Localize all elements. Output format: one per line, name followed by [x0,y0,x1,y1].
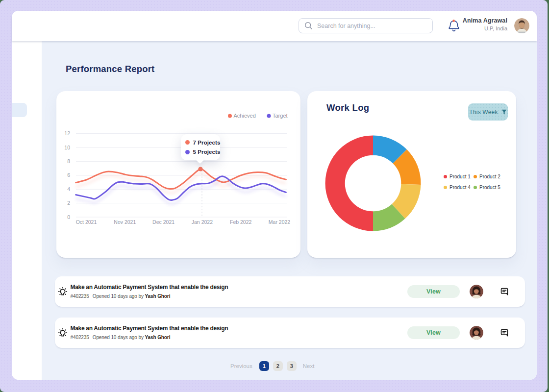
task-row: Make an Automatic Payment System that en… [55,276,525,307]
donut-legend-item: Product 1 [444,174,474,179]
tooltip-series-dot [185,140,190,145]
worklog-title: Work Log [326,102,369,113]
task-title: Make an Automatic Payment System that en… [71,325,228,332]
view-button[interactable]: View [407,326,460,339]
legend-dot [474,175,477,178]
bulb-icon [57,286,68,297]
donut-legend-item: Product 4 [444,185,474,190]
pagination-page-3[interactable]: 3 [287,361,297,371]
this-week-label: This Week [469,109,498,116]
assignee-avatar[interactable] [470,285,483,298]
sidebar-active-item[interactable] [12,103,27,117]
pagination-page-2[interactable]: 2 [273,361,283,371]
bulb-icon [57,327,68,339]
donut-legend-item: Product 2 [474,174,500,179]
tooltip-label: 5 Projects [193,149,221,155]
line-chart: 024681012Oct 2021Nov 2021Dec 2021Jan 202… [56,91,300,258]
pagination: Previous 1 2 3 Next [12,361,537,371]
task-title: Make an Automatic Payment System that en… [71,284,228,291]
donut-chart [317,127,429,240]
tooltip-label: 7 Projects [193,140,221,146]
y-axis-label: 2 [67,200,70,206]
top-header: Anima Agrawal U.P, India [12,11,537,41]
legend-label: Product 4 [449,185,471,190]
user-info[interactable]: Anima Agrawal U.P, India [463,17,507,31]
legend-dot [474,186,477,189]
user-location: U.P, India [463,25,507,31]
y-axis-label: 4 [67,186,70,192]
donut-legend: Product 1Product 2Product 4Product 5 [444,174,500,190]
this-week-filter-button[interactable]: This Week [468,103,508,121]
sidebar [12,41,42,380]
x-axis-label: Feb 2022 [230,219,252,225]
y-axis-label: 12 [64,130,70,136]
donut-legend-item: Product 5 [474,185,500,190]
task-subtitle: #402235Opened 10 days ago by Yash Ghori [71,294,228,299]
comment-icon[interactable] [500,288,508,295]
x-axis-label: Oct 2021 [76,219,97,225]
task-subtitle: #402235Opened 10 days ago by Yash Ghori [71,335,228,340]
y-axis-label: 0 [67,214,70,220]
task-row: Make an Automatic Payment System that en… [55,318,525,348]
task-id: #402235 [71,335,89,340]
app-window: Anima Agrawal U.P, India Performance Rep… [12,11,537,380]
search-icon [304,22,313,30]
search-box[interactable] [299,18,433,33]
performance-chart-card: 024681012Oct 2021Nov 2021Dec 2021Jan 202… [56,91,300,258]
x-axis-label: Dec 2021 [152,219,175,225]
bell-icon[interactable] [448,19,460,33]
x-axis-label: Nov 2021 [114,219,136,225]
y-axis-label: 10 [64,145,70,150]
y-axis-label: 8 [67,158,70,164]
pagination-next[interactable]: Next [303,363,315,369]
chart-tooltip: 7 Projects5 Projects [181,134,220,160]
task-author: Yash Ghori [145,335,171,340]
legend-dot [444,186,447,189]
task-opened: Opened 10 days ago by [93,294,144,299]
assignee-avatar[interactable] [470,326,483,340]
tooltip-row: 7 Projects [185,138,220,147]
task-text: Make an Automatic Payment System that en… [71,325,228,340]
chart-legend-label: Target [273,113,288,119]
worklog-card: Work Log This Week Product 1Product 2Pro… [307,91,516,258]
view-button[interactable]: View [407,285,460,298]
legend-label: Product 5 [479,185,500,190]
pagination-page-1[interactable]: 1 [259,361,269,371]
task-id: #402235 [71,294,89,299]
pagination-previous[interactable]: Previous [230,363,252,369]
tooltip-series-dot [185,150,190,154]
legend-dot [444,175,447,178]
task-author: Yash Ghori [145,294,171,299]
legend-label: Product 2 [479,174,500,179]
page-title: Performance Report [66,64,154,74]
user-avatar[interactable] [514,18,529,33]
task-text: Make an Automatic Payment System that en… [71,284,228,299]
donut-slice [325,136,374,231]
search-input[interactable] [317,23,425,29]
task-opened: Opened 10 days ago by [93,335,144,340]
x-axis-label: Jan 2022 [192,219,213,225]
legend-label: Product 1 [449,174,471,179]
filter-icon [501,109,507,115]
y-axis-label: 6 [67,172,70,178]
comment-icon[interactable] [500,329,508,337]
x-axis-label: Mar 2022 [269,219,291,225]
chart-legend-label: Achieved [234,113,256,119]
app-frame: Anima Agrawal U.P, India Performance Rep… [0,0,548,392]
user-name: Anima Agrawal [463,17,507,24]
tooltip-row: 5 Projects [185,147,220,157]
